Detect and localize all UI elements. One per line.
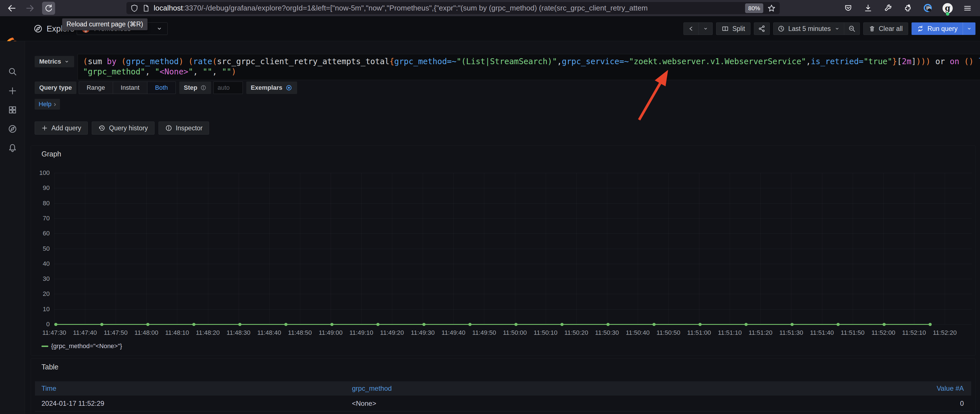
devtools-button[interactable] xyxy=(882,2,894,14)
extensions-button[interactable] xyxy=(902,2,914,14)
share-button[interactable] xyxy=(754,22,770,35)
code-token: ( xyxy=(212,57,217,66)
code-token: =~ xyxy=(619,57,629,66)
clear-all-button[interactable]: Clear all xyxy=(863,22,908,35)
graph-plot-area[interactable]: 100908070605040302010011:47:3011:47:4011… xyxy=(31,146,975,355)
exemplars-toggle-icon[interactable] xyxy=(285,84,293,92)
header-toolbar: Split Last 5 minutes Clear all xyxy=(683,22,975,35)
code-token xyxy=(959,57,964,66)
query-mode-both[interactable]: Both xyxy=(147,82,175,94)
chevron-down-icon xyxy=(64,59,70,65)
profile-avatar-button[interactable]: g xyxy=(941,2,954,14)
y-axis-tick-label: 30 xyxy=(31,275,50,283)
privacy-extension-icon xyxy=(923,3,932,13)
sidebar-item-dashboards[interactable] xyxy=(8,105,18,115)
code-token: ) xyxy=(179,57,183,66)
x-gridline xyxy=(361,173,362,324)
chevron-down-icon xyxy=(834,26,840,32)
plus-icon xyxy=(41,125,48,132)
legend-series-marker xyxy=(41,346,48,347)
table-column-header[interactable]: Time xyxy=(41,381,56,395)
privacy-extension-button[interactable] xyxy=(921,2,934,14)
code-token: , xyxy=(212,67,222,76)
history-icon xyxy=(98,124,106,132)
y-axis-tick-label: 100 xyxy=(31,169,50,177)
code-token: ( xyxy=(121,57,126,66)
url-bar[interactable]: localhost:3370/-/debug/grafana/explore?o… xyxy=(126,2,780,14)
query-history-button[interactable]: Query history xyxy=(92,122,154,135)
series-line xyxy=(54,324,931,325)
y-gridline xyxy=(54,203,972,204)
time-range-button[interactable]: Last 5 minutes xyxy=(773,23,844,35)
code-token: , xyxy=(145,67,155,76)
code-token: = xyxy=(859,57,864,66)
help-link[interactable]: Help › xyxy=(35,99,60,109)
zoom-level-badge[interactable]: 80% xyxy=(745,3,763,13)
sidebar-item-alerting[interactable] xyxy=(8,143,18,153)
x-gridline xyxy=(331,173,331,324)
y-axis-tick-label: 10 xyxy=(31,305,50,313)
code-token xyxy=(116,57,121,66)
nav-back-button[interactable] xyxy=(684,23,698,35)
x-gridline xyxy=(423,173,423,324)
table-column-header[interactable]: Value #A xyxy=(937,381,964,395)
run-query-main[interactable]: Run query xyxy=(912,22,963,35)
graph-panel: Graph 100908070605040302010011:47:3011:4… xyxy=(31,145,975,355)
code-token: , xyxy=(806,57,811,66)
wrench-icon xyxy=(884,4,892,13)
time-zoom-out-button[interactable] xyxy=(844,23,859,35)
series-data-point xyxy=(330,323,334,326)
browser-forward-button[interactable] xyxy=(24,2,37,15)
table-cell: 2024-01-17 11:52:29 xyxy=(41,395,104,411)
browser-back-button[interactable] xyxy=(5,2,18,15)
nav-history-dropdown[interactable] xyxy=(698,23,713,35)
step-input[interactable]: auto xyxy=(213,81,243,94)
metric-selector-button[interactable]: Metrics xyxy=(35,56,74,67)
graph-legend[interactable]: {grpc_method="<None>"} xyxy=(41,343,122,350)
compass-icon xyxy=(8,124,17,133)
query-mode-range[interactable]: Range xyxy=(79,82,113,94)
browser-action-icons: g xyxy=(842,0,980,16)
y-gridline xyxy=(54,279,972,279)
x-gridline xyxy=(300,173,300,324)
code-token: src_grpc_client_retry_attempts_total xyxy=(217,57,390,66)
x-gridline xyxy=(392,173,392,324)
sidebar-item-search[interactable] xyxy=(8,67,18,76)
url-host: localhost xyxy=(154,4,183,12)
split-button[interactable]: Split xyxy=(716,22,751,35)
browser-reload-button[interactable] xyxy=(42,2,55,15)
y-axis-tick-label: 50 xyxy=(31,245,50,253)
sidebar-item-create[interactable] xyxy=(8,86,18,96)
inspector-button[interactable]: Inspector xyxy=(159,122,209,135)
code-token: =~ xyxy=(447,57,457,66)
query-mode-instant[interactable]: Instant xyxy=(113,82,147,94)
y-axis-tick-label: 40 xyxy=(31,260,50,268)
run-query-button[interactable]: Run query xyxy=(912,22,975,35)
browser-menu-button[interactable] xyxy=(961,2,974,14)
y-axis-tick-label: 0 xyxy=(31,320,50,328)
x-gridline xyxy=(730,173,730,324)
query-code-editor[interactable]: (sum by (grpc_method) (rate(src_grpc_cli… xyxy=(78,54,980,80)
run-query-dropdown[interactable] xyxy=(963,22,975,35)
add-query-button[interactable]: Add query xyxy=(35,122,88,135)
code-token: " xyxy=(188,67,193,76)
table-row[interactable]: 2024-01-17 11:52:29<None>0 xyxy=(35,395,971,411)
code-token xyxy=(183,57,188,66)
sidebar-item-explore[interactable] xyxy=(8,124,18,134)
table-column-header[interactable]: grpc_method xyxy=(352,381,392,395)
bookmark-star-icon[interactable] xyxy=(767,4,776,13)
table-panel: Table Timegrpc_methodValue #A 2024-01-17… xyxy=(31,358,975,414)
downloads-button[interactable] xyxy=(862,2,874,14)
nav-sidebar xyxy=(0,41,25,414)
add-query-label: Add query xyxy=(51,124,81,132)
x-gridline xyxy=(760,173,761,324)
series-data-point xyxy=(652,323,655,326)
query-type-label: Query type xyxy=(35,81,76,94)
reload-icon xyxy=(44,4,53,13)
code-token xyxy=(945,57,950,66)
pocket-button[interactable] xyxy=(842,2,854,14)
url-text: localhost:3370/-/debug/grafana/explore?o… xyxy=(154,4,741,13)
series-data-point xyxy=(376,323,380,326)
code-token: "true" xyxy=(864,57,892,66)
code-token: { xyxy=(390,57,394,66)
